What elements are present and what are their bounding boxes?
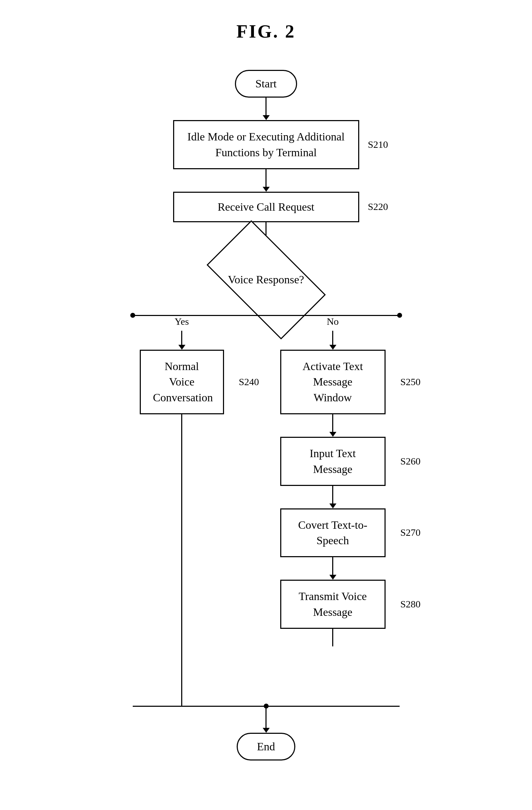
arrow-s210-s220 — [263, 169, 270, 192]
page-title: FIG. 2 — [236, 21, 295, 42]
s270-label: S270 — [400, 527, 421, 538]
s220-row: Receive Call Request S220 — [173, 192, 359, 222]
s270-row: Covert Text-to-Speech S270 — [280, 508, 386, 558]
merge-h-line — [133, 706, 400, 707]
arrow-s250-s260 — [329, 414, 336, 437]
s240-label: S240 — [239, 376, 259, 388]
arrow-yes-s240 — [178, 331, 185, 350]
left-branch-vertical — [181, 414, 182, 706]
s260-box: Input Text Message — [280, 437, 386, 486]
s220-box: Receive Call Request — [173, 192, 359, 222]
s240-row: Normal Voice Conversation S240 — [140, 350, 224, 414]
start-capsule: Start — [235, 70, 297, 98]
s280-row: Transmit Voice Message S280 — [280, 580, 386, 629]
arrow-start-s210 — [263, 98, 270, 120]
s230-text: Voice Response? — [228, 272, 304, 287]
s240-box: Normal Voice Conversation — [140, 350, 224, 414]
s260-row: Input Text Message S260 — [280, 437, 386, 486]
s210-row: Idle Mode or Executing Additional Functi… — [173, 120, 359, 169]
arrow-s260-s270 — [329, 486, 336, 508]
end-capsule: End — [237, 733, 296, 760]
no-label: No — [327, 316, 339, 327]
s210-label: S210 — [368, 139, 388, 150]
s280-label: S280 — [400, 599, 421, 610]
flowchart: Start Idle Mode or Executing Additional … — [0, 70, 532, 760]
s260-label: S260 — [400, 456, 421, 467]
merge-dot — [264, 704, 269, 709]
arrow-no-s250 — [329, 331, 336, 350]
s270-box: Covert Text-to-Speech — [280, 508, 386, 558]
s280-box: Transmit Voice Message — [280, 580, 386, 629]
s210-box: Idle Mode or Executing Additional Functi… — [173, 120, 359, 169]
s220-label: S220 — [368, 201, 388, 212]
branch-columns: Yes Normal Voice Conversation S240 No — [133, 316, 400, 706]
arrow-merge-end — [263, 707, 270, 733]
left-branch: Yes Normal Voice Conversation S240 — [133, 316, 231, 706]
arrow-s270-s280 — [329, 557, 336, 580]
end-node: End — [237, 733, 296, 760]
s230-diamond: Voice Response? — [206, 245, 326, 315]
s250-row: Activate Text Message Window S250 — [280, 350, 386, 414]
right-branch-merge-line — [332, 629, 333, 646]
s250-label: S250 — [400, 376, 421, 388]
start-node: Start — [235, 70, 297, 98]
right-branch: No Activate Text Message Window S250 Inp… — [266, 316, 400, 646]
yes-label: Yes — [175, 316, 189, 327]
s250-box: Activate Text Message Window — [280, 350, 386, 414]
